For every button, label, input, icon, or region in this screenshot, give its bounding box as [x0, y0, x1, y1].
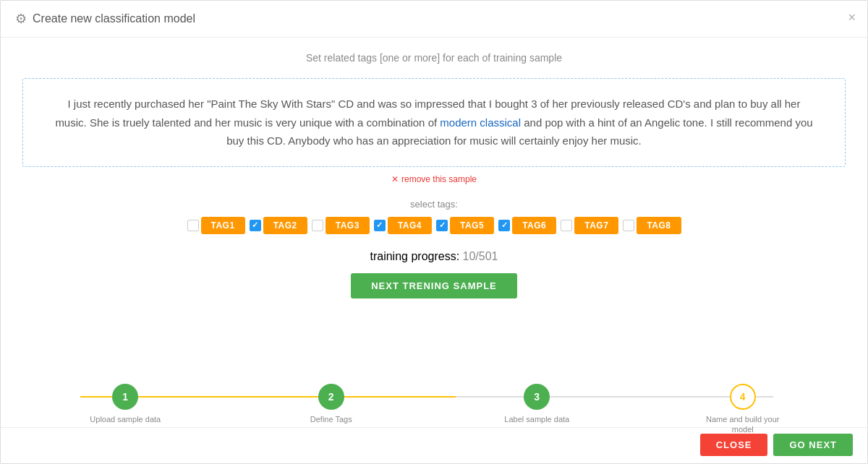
- remove-icon: ✕: [391, 174, 399, 184]
- step-2: 2 Define Tags: [288, 384, 375, 424]
- tag-group-6: TAG6: [498, 217, 556, 234]
- tag3-checkbox[interactable]: [312, 220, 323, 231]
- step1-circle: 1: [112, 384, 138, 410]
- tag4-checkbox[interactable]: [374, 220, 386, 231]
- tag-group-4: TAG4: [374, 217, 432, 234]
- tag5-checkbox[interactable]: [436, 220, 448, 231]
- modal-title: Create new classification model: [33, 12, 195, 25]
- step3-label: Label sample data: [504, 414, 569, 424]
- remove-label: remove this sample: [401, 174, 477, 184]
- tags-row: TAG1 TAG2 TAG3 TAG4 TAG5: [187, 217, 681, 234]
- tag4-label: TAG4: [388, 217, 432, 234]
- tag2-label: TAG2: [263, 217, 307, 234]
- tag-group-1: TAG1: [187, 217, 245, 234]
- step4-label: Name and build your model: [699, 414, 786, 435]
- tag-group-2: TAG2: [250, 217, 307, 234]
- tag-group-8: TAG8: [623, 217, 681, 234]
- progress-label: training progress:: [370, 250, 459, 262]
- step-3: 3 Label sample data: [493, 384, 580, 424]
- gear-icon: ⚙: [15, 11, 27, 27]
- close-top-button[interactable]: ×: [848, 11, 856, 24]
- tag-group-5: TAG5: [436, 217, 494, 234]
- tag6-checkbox[interactable]: [498, 220, 510, 231]
- step4-circle: 4: [730, 384, 756, 410]
- tag7-label: TAG7: [574, 217, 618, 234]
- step-1: 1 Upload sample data: [82, 384, 169, 424]
- tag7-checkbox[interactable]: [561, 220, 572, 231]
- tag3-label: TAG3: [326, 217, 370, 234]
- remove-sample-link[interactable]: ✕ remove this sample: [391, 174, 477, 184]
- steps-row: 1 Upload sample data 2 Define Tags 3 Lab…: [22, 384, 846, 435]
- highlight-text: modern classical: [440, 116, 521, 129]
- tag2-checkbox[interactable]: [250, 220, 261, 231]
- tag8-checkbox[interactable]: [623, 220, 634, 231]
- progress-value: 10/501: [463, 250, 498, 262]
- go-next-button[interactable]: GO NEXT: [773, 434, 853, 456]
- step2-circle: 2: [318, 384, 344, 410]
- tag1-label: TAG1: [201, 217, 245, 234]
- tag1-checkbox[interactable]: [187, 220, 199, 231]
- tag5-label: TAG5: [450, 217, 494, 234]
- sample-text: I just recently purchased her "Paint The…: [52, 95, 816, 150]
- sample-box: I just recently purchased her "Paint The…: [22, 78, 846, 167]
- tag8-label: TAG8: [637, 217, 681, 234]
- step1-label: Upload sample data: [90, 414, 161, 424]
- modal-header: ⚙ Create new classification model ×: [1, 1, 867, 38]
- tag6-label: TAG6: [512, 217, 556, 234]
- tag-group-3: TAG3: [312, 217, 370, 234]
- select-tags-label: select tags:: [410, 199, 458, 210]
- modal-body: Set related tags [one or more] for each …: [1, 38, 867, 374]
- subtitle: Set related tags [one or more] for each …: [306, 52, 562, 64]
- step2-label: Define Tags: [310, 414, 352, 424]
- step3-circle: 3: [524, 384, 550, 410]
- create-model-modal: ⚙ Create new classification model × Set …: [0, 0, 868, 464]
- close-button[interactable]: CLOSE: [700, 434, 768, 456]
- tag-group-7: TAG7: [561, 217, 618, 234]
- stepper-footer: 1 Upload sample data 2 Define Tags 3 Lab…: [1, 374, 867, 427]
- step-4: 4 Name and build your model: [699, 384, 786, 435]
- training-progress: training progress: 10/501: [370, 250, 498, 263]
- next-training-sample-button[interactable]: NEXT TRENING SAMPLE: [351, 273, 517, 298]
